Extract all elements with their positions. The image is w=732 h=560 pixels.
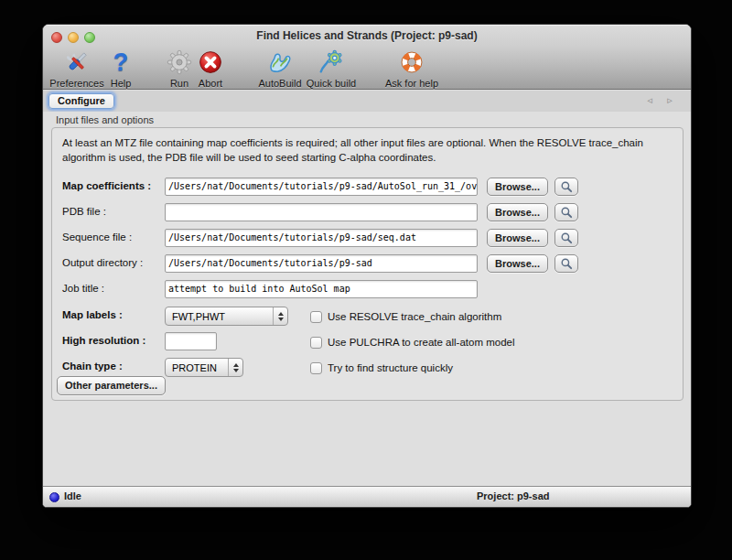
inspect-file-button[interactable] [554, 254, 578, 273]
field-label: High resolution : [62, 335, 145, 346]
other-parameters-button[interactable]: Other parameters... [57, 376, 166, 395]
browse-button[interactable]: Browse... [487, 254, 548, 273]
toolbar-label: Ask for help [385, 78, 438, 89]
inspect-file-button[interactable] [554, 203, 578, 221]
status-bar: Idle Project: p9-sad [43, 486, 691, 507]
window-title: Find Helices and Strands (Project: p9-sa… [43, 25, 691, 47]
map-labels-select[interactable]: FWT,PHWT [165, 307, 288, 326]
titlebar[interactable]: Find Helices and Strands (Project: p9-sa… [43, 25, 691, 47]
pulchra-checkbox-row: Use PULCHRA to create all-atom model [310, 335, 515, 350]
quick-find-checkbox-row: Try to find structure quickly [310, 361, 453, 375]
checkbox[interactable] [310, 337, 322, 349]
field-label: PDB file : [62, 206, 106, 217]
inspect-file-button[interactable] [554, 229, 578, 247]
browse-button[interactable]: Browse... [487, 178, 548, 196]
magnifier-icon [560, 206, 574, 220]
field-label: Map labels : [62, 309, 123, 320]
job-title-input[interactable]: attempt to build into AutoSol map [165, 280, 478, 298]
output-directory-row: Output directory : /Users/nat/Documents/… [52, 254, 683, 274]
abort-x-icon [198, 48, 223, 76]
tab-configure[interactable]: Configure [48, 93, 114, 109]
browse-button[interactable]: Browse... [487, 203, 548, 221]
toolbar-label: Abort [199, 78, 222, 89]
checkbox-label: Try to find structure quickly [328, 362, 453, 373]
browse-button[interactable]: Browse... [487, 229, 548, 247]
toolbar-label: Run [170, 78, 188, 89]
lifebuoy-icon [399, 48, 425, 76]
magnifier-icon [560, 232, 574, 245]
chain-type-select[interactable]: PROTEIN [165, 358, 243, 377]
field-label: Output directory : [62, 257, 143, 268]
toolbar-label: Quick build [307, 78, 356, 89]
configure-panel: Input files and options At least an MTZ … [43, 112, 691, 488]
field-label: Map coefficients : [62, 180, 151, 191]
question-icon: ? [113, 48, 129, 76]
window-chrome: Find Helices and Strands (Project: p9-sa… [43, 25, 691, 90]
tab-strip: Configure ◃ ▹ [43, 91, 691, 112]
checkbox-label: Use PULCHRA to create all-atom model [328, 337, 515, 348]
checkbox[interactable] [310, 311, 322, 323]
status-text: Idle [64, 490, 81, 501]
input-files-groupbox: At least an MTZ file containing map coef… [51, 127, 684, 401]
high-resolution-input[interactable] [165, 332, 217, 350]
magnifier-icon [560, 257, 574, 271]
toolbar-help-button[interactable]: ? Help [102, 48, 139, 89]
selected-value: FWT,PHWT [166, 311, 273, 322]
selected-value: PROTEIN [166, 362, 228, 373]
map-coefficients-input[interactable]: /Users/nat/Documents/tutorials/p9-sad/Au… [165, 178, 478, 196]
job-title-row: Job title : attempt to build into AutoSo… [52, 280, 683, 299]
toolbar-label: Help [111, 78, 132, 89]
checkbox-label: Use RESOLVE trace_chain algorithm [328, 311, 501, 322]
tab-prev-icon[interactable]: ◃ [643, 94, 656, 106]
popup-arrows-icon [273, 307, 287, 325]
pdb-file-row: PDB file : Browse... [52, 203, 683, 222]
field-label: Chain type : [62, 361, 123, 372]
gear-icon [167, 48, 192, 76]
description-text: At least an MTZ file containing map coef… [62, 135, 677, 165]
checkbox[interactable] [310, 362, 322, 374]
popup-arrows-icon [228, 359, 242, 376]
output-directory-input[interactable]: /Users/nat/Documents/tutorials/p9-sad [165, 254, 478, 273]
group-label: Input files and options [56, 114, 154, 125]
tab-next-icon[interactable]: ▹ [663, 94, 676, 106]
tools-icon [63, 48, 91, 76]
magnifier-icon [560, 180, 574, 194]
toolbar-preferences-button[interactable]: Preferences [45, 48, 109, 89]
resolve-trace-chain-checkbox-row: Use RESOLVE trace_chain algorithm [310, 309, 501, 324]
app-window: Find Helices and Strands (Project: p9-sa… [42, 24, 692, 508]
toolbar-label: Preferences [49, 78, 103, 89]
toolbar-quick-build-button[interactable]: Quick build [297, 48, 365, 89]
field-label: Job title : [62, 283, 104, 294]
toolbar-ask-for-help-button[interactable]: Ask for help [373, 48, 450, 89]
sequence-file-row: Sequence file : /Users/nat/Documents/tut… [52, 229, 683, 248]
pdb-file-input[interactable] [165, 203, 478, 221]
sequence-file-input[interactable]: /Users/nat/Documents/tutorials/p9-sad/se… [165, 229, 478, 247]
ribbon-gear-icon [318, 48, 345, 76]
status-dot-icon [49, 492, 59, 502]
toolbar-label: AutoBuild [258, 78, 301, 89]
map-coefficients-row: Map coefficients : /Users/nat/Documents/… [52, 178, 683, 197]
project-label: Project: p9-sad [477, 490, 549, 501]
protein-ribbon-icon [266, 48, 294, 76]
toolbar-abort-button[interactable]: Abort [190, 48, 231, 89]
inspect-file-button[interactable] [554, 178, 578, 196]
field-label: Sequence file : [62, 232, 132, 242]
